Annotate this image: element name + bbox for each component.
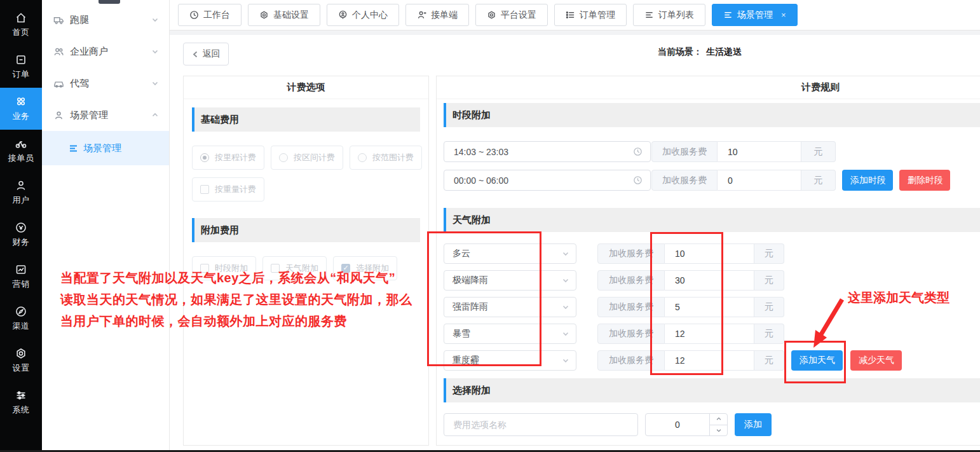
add-weather-button[interactable]: 添加天气 bbox=[791, 350, 843, 371]
time-surcharge-row: 14:03 ~ 23:03 加收服务费 10 元 bbox=[444, 141, 980, 162]
tab-personal-center[interactable]: 个人中心 bbox=[327, 4, 399, 26]
fee-value-input[interactable]: 10 bbox=[718, 141, 801, 162]
submenu-item-scene-management[interactable]: 场景管理 bbox=[42, 131, 169, 165]
weather-surcharge-row: 极端降雨 加收服务费 30 元 bbox=[444, 270, 980, 291]
remove-weather-button[interactable]: 减少天气 bbox=[850, 350, 902, 371]
chevron-down-icon bbox=[151, 48, 159, 55]
fee-value-input[interactable]: 0 bbox=[718, 170, 801, 191]
option-label: 按范围计费 bbox=[372, 152, 414, 163]
sidebar-item-orders[interactable]: 订单 bbox=[0, 46, 42, 88]
weather-surcharge-row: 暴雪 加收服务费 12 元 bbox=[444, 324, 980, 344]
radio-checked-icon bbox=[200, 153, 209, 162]
option-by-mileage[interactable]: 按里程计费 bbox=[192, 146, 264, 170]
sidebar-item-label: 财务 bbox=[13, 236, 30, 248]
tab-scene-management[interactable]: 场景管理 × bbox=[712, 4, 798, 26]
weather-select[interactable]: 多云 bbox=[444, 243, 576, 264]
fee-label: 加收服务费 bbox=[597, 270, 665, 291]
billing-options-panel: 计费选项 基础费用 按里程计费 按区间计费 bbox=[183, 76, 429, 446]
fee-label: 加收服务费 bbox=[597, 350, 665, 371]
option-choice-surcharge[interactable]: 选择附加 bbox=[333, 256, 397, 280]
stepper-up-icon[interactable] bbox=[710, 414, 727, 425]
fee-value-input[interactable]: 10 bbox=[665, 243, 754, 264]
fee-label: 加收服务费 bbox=[651, 170, 718, 191]
sidebar-item-marketing[interactable]: 营销 bbox=[0, 256, 42, 298]
sidebar-item-system[interactable]: 系统 bbox=[0, 381, 42, 423]
option-label: 按区间计费 bbox=[294, 152, 335, 163]
weather-select[interactable]: 重度霾 bbox=[444, 350, 576, 371]
tab-close-icon[interactable]: × bbox=[781, 10, 786, 20]
chevron-down-icon bbox=[562, 357, 569, 364]
fee-unit: 元 bbox=[754, 324, 784, 344]
tab-label: 基础设置 bbox=[273, 10, 309, 21]
add-choice-button[interactable]: 添加 bbox=[735, 413, 772, 436]
sidebar-item-settings[interactable]: 设置 bbox=[0, 339, 42, 381]
option-time-surcharge[interactable]: 时段附加 bbox=[192, 256, 256, 280]
remove-time-button[interactable]: 删除时段 bbox=[899, 170, 950, 191]
sidebar-item-couriers[interactable]: 接单员 bbox=[0, 130, 42, 172]
sidebar-item-label: 业务 bbox=[13, 111, 30, 122]
menu-item-label: 代驾 bbox=[70, 78, 151, 90]
sidebar-item-label: 设置 bbox=[13, 362, 30, 374]
sidebar-item-users[interactable]: 用户 bbox=[0, 172, 42, 214]
menu-item-label: 企业商户 bbox=[70, 46, 151, 58]
option-weather-surcharge[interactable]: 天气附加 bbox=[262, 256, 327, 280]
menu-item-driving[interactable]: 代驾 bbox=[42, 67, 169, 99]
list-lines-icon bbox=[69, 144, 78, 153]
fee-option-name-input[interactable] bbox=[444, 413, 638, 436]
secondary-sidebar: 跑腿 企业商户 代驾 场景管理 场景管理 bbox=[42, 0, 170, 450]
sidebar-item-channels[interactable]: 渠道 bbox=[0, 298, 42, 339]
fee-label: 加收服务费 bbox=[597, 324, 665, 344]
time-range-value: 14:03 ~ 23:03 bbox=[454, 147, 633, 157]
weather-surcharge-row: 强雷阵雨 加收服务费 5 元 bbox=[444, 297, 980, 317]
menu-item-enterprise[interactable]: 企业商户 bbox=[42, 36, 169, 67]
tab-order-management[interactable]: 订单管理 bbox=[554, 4, 627, 26]
time-range-input[interactable]: 14:03 ~ 23:03 bbox=[444, 141, 651, 162]
weather-select-value: 多云 bbox=[453, 248, 562, 259]
time-range-value: 00:00 ~ 06:00 bbox=[454, 175, 633, 186]
sidebar-item-business[interactable]: 业务 bbox=[0, 88, 42, 130]
section-header-weather-surcharge: 天气附加 bbox=[444, 208, 980, 232]
menu-item-errand[interactable]: 跑腿 bbox=[42, 4, 169, 36]
tab-basic-settings[interactable]: 基础设置 bbox=[248, 4, 320, 26]
amount-stepper[interactable]: 0 bbox=[645, 413, 728, 436]
option-label: 天气附加 bbox=[285, 263, 318, 274]
option-by-weight[interactable]: 按重量计费 bbox=[192, 177, 264, 202]
chevron-down-icon bbox=[562, 303, 569, 311]
submenu-item-label: 场景管理 bbox=[83, 142, 121, 154]
fee-value-input[interactable]: 5 bbox=[665, 297, 754, 317]
chevron-left-icon bbox=[192, 51, 199, 58]
weather-select[interactable]: 强雷阵雨 bbox=[444, 297, 576, 317]
time-range-input[interactable]: 00:00 ~ 06:00 bbox=[444, 170, 651, 191]
fee-value-input[interactable]: 12 bbox=[665, 324, 754, 344]
finance-icon bbox=[15, 221, 27, 234]
list-dots-icon bbox=[566, 10, 575, 20]
option-by-range[interactable]: 按范围计费 bbox=[350, 146, 422, 170]
sidebar-item-label: 渠道 bbox=[13, 320, 30, 332]
system-sliders-icon bbox=[15, 389, 27, 402]
tab-courier-client[interactable]: 接单端 bbox=[405, 4, 469, 26]
stepper-down-icon[interactable] bbox=[710, 425, 727, 436]
fee-unit: 元 bbox=[754, 270, 784, 291]
clock-icon bbox=[633, 147, 643, 156]
fee-value-input[interactable]: 30 bbox=[665, 270, 754, 291]
billing-rules-panel: 计费规则 时段附加 14:03 ~ 23:03 加收服务费 10 元 bbox=[436, 76, 980, 446]
marketing-icon bbox=[15, 263, 27, 276]
sidebar-item-home[interactable]: 首页 bbox=[0, 4, 42, 46]
option-by-interval[interactable]: 按区间计费 bbox=[271, 146, 343, 170]
sidebar-item-label: 用户 bbox=[13, 195, 30, 206]
menu-item-scene-management[interactable]: 场景管理 bbox=[42, 99, 169, 131]
sidebar-item-finance[interactable]: 财务 bbox=[0, 214, 42, 256]
add-time-button[interactable]: 添加时段 bbox=[842, 170, 893, 191]
tab-platform-settings[interactable]: 平台设置 bbox=[475, 4, 548, 26]
radio-icon bbox=[279, 153, 288, 162]
tab-workbench[interactable]: 工作台 bbox=[178, 4, 242, 26]
back-button[interactable]: 返回 bbox=[183, 43, 229, 65]
tab-order-list[interactable]: 订单列表 bbox=[633, 4, 705, 26]
person-icon bbox=[53, 110, 64, 121]
people-icon bbox=[53, 46, 64, 57]
fee-value-input[interactable]: 12 bbox=[665, 350, 754, 371]
fee-unit: 元 bbox=[754, 350, 784, 371]
weather-select[interactable]: 暴雪 bbox=[444, 324, 576, 344]
weather-select[interactable]: 极端降雨 bbox=[444, 270, 576, 291]
gear-icon bbox=[259, 10, 269, 20]
